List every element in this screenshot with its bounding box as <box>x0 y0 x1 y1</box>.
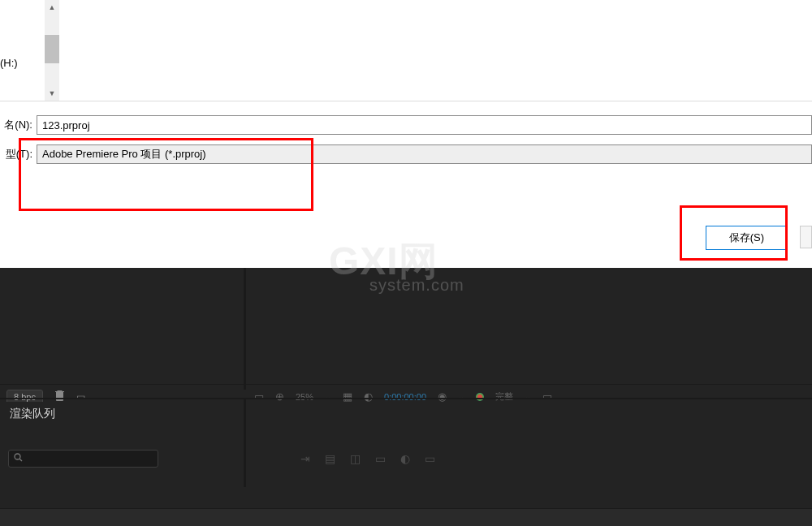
render-icon-5[interactable]: ◐ <box>400 452 410 465</box>
scroll-up-icon[interactable]: ▲ <box>45 0 59 15</box>
search-icon <box>14 453 23 464</box>
bottom-status-bar <box>0 508 812 526</box>
filetype-label: 型(T): <box>0 147 32 162</box>
filename-input[interactable] <box>37 115 812 135</box>
filetype-select[interactable]: Adobe Premiere Pro 项目 (*.prproj) <box>37 144 812 164</box>
chevron-down-icon[interactable]: ⌄ <box>458 393 464 401</box>
grid-icon[interactable]: ▦ <box>343 390 352 403</box>
filename-label: 名(N): <box>0 118 32 132</box>
mask-icon[interactable]: ◐ <box>364 390 373 403</box>
divider <box>0 101 812 101</box>
search-input[interactable] <box>8 450 158 468</box>
view-options-icon[interactable]: ▭ <box>542 390 552 403</box>
render-icon-1[interactable]: ⇥ <box>300 452 310 465</box>
scroll-down-icon[interactable]: ▼ <box>45 86 59 101</box>
zoom-value[interactable]: 25% <box>296 392 313 402</box>
color-management-icon[interactable] <box>476 393 484 401</box>
render-icon-6[interactable]: ▭ <box>425 452 435 465</box>
resolution-label[interactable]: 完整 <box>495 390 513 403</box>
render-icon-4[interactable]: ▭ <box>375 452 386 465</box>
camera-icon[interactable]: ◉ <box>438 390 447 403</box>
vertical-divider <box>244 268 246 390</box>
viewer-footer-toolbar: ▭ ⊕ 25% ⌄ ▦ ◐ 0:00:00:00 ◉ ⌄ 完整 ⌄ ▭ <box>246 384 812 408</box>
file-list-scrollbar[interactable]: ▲ ▼ <box>45 0 59 101</box>
panel-divider <box>0 398 812 399</box>
render-icon-3[interactable]: ◫ <box>350 452 361 465</box>
svg-line-1 <box>19 459 22 461</box>
svg-point-0 <box>15 454 20 459</box>
chevron-down-icon[interactable]: ⌄ <box>525 393 531 401</box>
magnification-icon[interactable]: ⊕ <box>275 390 284 403</box>
vertical-divider <box>244 398 246 487</box>
monitor-icon[interactable]: ▭ <box>254 390 264 403</box>
timecode-value[interactable]: 0:00:00:00 <box>384 392 426 402</box>
layout-icon[interactable]: ▭ <box>76 391 85 403</box>
tab-render-queue[interactable]: 渲染队列 <box>0 402 65 426</box>
after-effects-panel-area: 8 bpc ▭ ▭ ⊕ 25% ⌄ ▦ ◐ 0:00:00:00 ◉ ⌄ 完整 … <box>0 268 812 526</box>
render-icon-2[interactable]: ▤ <box>325 452 335 465</box>
save-button[interactable]: 保存(S) <box>706 226 788 250</box>
scrollbar-thumb[interactable] <box>45 35 59 63</box>
secondary-button-partial[interactable] <box>800 226 812 248</box>
chevron-down-icon[interactable]: ⌄ <box>325 393 331 401</box>
drive-label: (H:) <box>0 57 18 69</box>
